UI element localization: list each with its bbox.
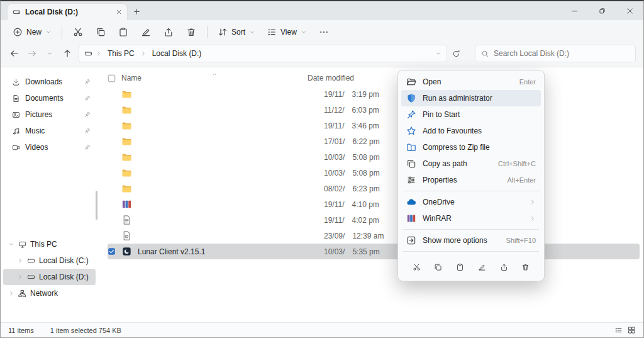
sidebar-item-documents[interactable]: Documents xyxy=(3,90,96,106)
menu-item-label: Run as administrator xyxy=(423,94,492,103)
details-view-button[interactable] xyxy=(614,326,623,334)
sidebar-spacer xyxy=(1,155,98,236)
sort-button[interactable]: Sort xyxy=(212,24,261,40)
recent-locations-button[interactable] xyxy=(41,45,58,62)
cut-button[interactable] xyxy=(67,23,89,42)
delete-button[interactable] xyxy=(180,23,203,42)
properties-icon xyxy=(406,175,416,185)
file-row-1[interactable]: 11/12/ 6:03 pm File folder xyxy=(108,102,640,118)
file-row-7[interactable]: 19/11/ 4:10 pm WinRAR ZIP archive xyxy=(108,196,640,212)
rename-button[interactable] xyxy=(474,259,489,274)
sidebar-item-label: Local Disk (D:) xyxy=(39,273,89,281)
view-button[interactable]: View xyxy=(261,24,313,40)
textdoc-icon xyxy=(121,215,132,225)
refresh-button[interactable] xyxy=(447,45,465,62)
copy-icon xyxy=(96,27,106,37)
pin-icon xyxy=(84,128,91,134)
items-count: 11 items xyxy=(8,327,34,334)
up-button[interactable] xyxy=(58,45,76,62)
open-icon xyxy=(406,77,416,87)
sidebar-item-videos[interactable]: Videos xyxy=(3,139,96,155)
menu-item-properties[interactable]: Properties Alt+Enter xyxy=(401,172,541,188)
selection-info: 1 item selected 754 KB xyxy=(50,327,121,334)
sidebar-item-local-disk-c[interactable]: Local Disk (C:) xyxy=(3,252,96,269)
chevron-right-icon[interactable] xyxy=(17,257,23,264)
menu-item-run-as-administrator[interactable]: Run as administrator xyxy=(401,90,541,106)
folder-icon xyxy=(121,183,132,194)
share-button[interactable] xyxy=(496,259,511,274)
column-header-name[interactable]: Name xyxy=(121,74,308,82)
drive-icon xyxy=(27,257,35,265)
file-row-0[interactable]: 19/11/ 3:19 pm File folder xyxy=(108,86,640,102)
chevron-right-icon[interactable] xyxy=(17,274,23,280)
new-button[interactable]: New xyxy=(7,24,57,40)
pin-icon xyxy=(84,111,91,118)
menu-item-compress-to-zip-file[interactable]: Compress to Zip file xyxy=(401,139,541,155)
sidebar-item-network[interactable]: Network xyxy=(3,285,96,301)
file-row-5[interactable]: 10/03/ 5:08 pm File folder xyxy=(108,165,640,181)
file-row-10[interactable]: Lunar Client v2.15.1 10/03/ 5:35 pm Appl… xyxy=(108,244,640,259)
sidebar-item-local-disk-d[interactable]: Local Disk (D:) xyxy=(3,269,96,285)
chevron-right-icon[interactable] xyxy=(8,290,14,296)
back-button[interactable] xyxy=(6,45,23,62)
explorer-tab[interactable]: Local Disk (D:) xyxy=(7,3,128,20)
sidebar-item-downloads[interactable]: Downloads xyxy=(3,74,96,90)
search-input[interactable] xyxy=(494,49,630,58)
select-all-checkbox[interactable] xyxy=(108,74,116,82)
folder-icon xyxy=(121,104,132,115)
file-row-4[interactable]: 10/03/ 5:08 pm File folder xyxy=(108,149,640,165)
pictures-icon xyxy=(12,111,20,119)
checked-checkbox-icon[interactable] xyxy=(108,247,116,256)
computer-icon xyxy=(18,240,26,249)
menu-item-pin-to-start[interactable]: Pin to Start xyxy=(401,106,541,123)
file-row-2[interactable]: 19/11/ 3:46 pm File folder xyxy=(108,118,640,133)
paste-button[interactable] xyxy=(453,259,468,274)
more-options-button[interactable] xyxy=(313,23,335,42)
new-tab-button[interactable] xyxy=(128,3,145,20)
file-row-3[interactable]: 17/01/ 6:22 pm File folder xyxy=(108,133,640,149)
breadcrumb-local-disk-d[interactable]: Local Disk (D:) xyxy=(150,48,204,59)
menu-item-open[interactable]: Open Enter xyxy=(401,74,541,90)
search-box[interactable] xyxy=(475,45,636,62)
delete-button[interactable] xyxy=(518,259,533,274)
rename-button[interactable] xyxy=(135,23,157,42)
address-bar[interactable]: This PC Local Disk (D:) xyxy=(79,45,447,62)
sidebar-item-pictures[interactable]: Pictures xyxy=(3,106,96,123)
file-row-9[interactable]: 23/09/ 12:39 am Application extension xyxy=(108,228,640,244)
toolbar-divider xyxy=(62,26,62,38)
showmore-icon xyxy=(406,235,416,245)
back-icon xyxy=(9,48,19,59)
chevron-down-icon[interactable] xyxy=(8,241,14,247)
file-row-8[interactable]: 19/11/ 4:02 pm Text Document xyxy=(108,212,640,228)
share-button[interactable] xyxy=(157,23,180,42)
copypath-icon xyxy=(406,159,416,169)
large-icons-view-button[interactable] xyxy=(628,326,636,334)
sidebar-item-label: This PC xyxy=(30,240,57,249)
menu-item-add-to-favourites[interactable]: Add to Favourites xyxy=(401,123,541,139)
sidebar-item-this-pc[interactable]: This PC xyxy=(3,236,96,252)
tab-close-icon[interactable] xyxy=(116,9,122,15)
copy-button[interactable] xyxy=(89,23,112,42)
maximize-button[interactable] xyxy=(588,1,616,20)
context-menu-actions xyxy=(401,254,541,278)
menu-item-winrar[interactable]: WinRAR xyxy=(401,210,541,227)
close-button[interactable] xyxy=(616,1,643,20)
menu-item-label: WinRAR xyxy=(423,214,452,223)
appext-icon xyxy=(121,230,132,241)
menu-item-copy-as-path[interactable]: Copy as path Ctrl+Shift+C xyxy=(401,155,541,172)
sidebar-scrollbar[interactable] xyxy=(96,191,97,220)
sidebar-item-music[interactable]: Music xyxy=(3,123,96,139)
admin-icon xyxy=(406,93,416,103)
pin-icon xyxy=(84,95,91,101)
breadcrumb-this-pc[interactable]: This PC xyxy=(105,48,137,59)
paste-button[interactable] xyxy=(112,23,135,42)
pin-icon xyxy=(84,144,91,150)
menu-item-show-more-options[interactable]: Show more options Shift+F10 xyxy=(401,232,541,249)
file-row-6[interactable]: 08/02/ 6:23 pm File folder xyxy=(108,181,640,196)
minimize-button[interactable] xyxy=(560,1,588,20)
cut-button[interactable] xyxy=(409,259,424,274)
address-dropdown-icon[interactable] xyxy=(435,50,441,57)
copy-button[interactable] xyxy=(431,259,446,274)
forward-button[interactable] xyxy=(23,45,41,62)
menu-item-onedrive[interactable]: OneDrive xyxy=(401,194,541,210)
